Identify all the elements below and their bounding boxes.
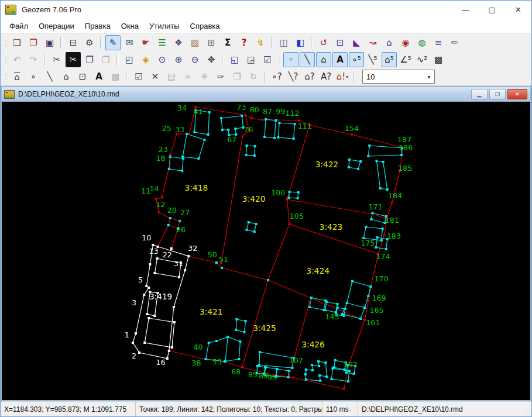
query-text-button[interactable]: A? xyxy=(318,69,334,84)
building-outline xyxy=(306,361,327,381)
book-closed-button[interactable]: ◧ xyxy=(293,35,308,50)
mode-point-button[interactable]: ◦ xyxy=(283,52,298,67)
cut-black-button[interactable]: ✂ xyxy=(66,52,81,67)
point-number-label: 68 xyxy=(231,367,241,376)
verify-button[interactable]: ☑ xyxy=(260,52,275,67)
edit-object-button[interactable]: ✎ xyxy=(105,35,121,50)
child-restore-button[interactable]: ❐ xyxy=(489,89,506,99)
select-transform-button[interactable]: ◱ xyxy=(227,52,242,67)
mode-text-button[interactable]: A xyxy=(332,52,348,67)
create-line-button[interactable]: ╲ xyxy=(42,69,57,84)
list-button[interactable]: ≡ xyxy=(431,35,446,50)
toolbar-grip[interactable]: ⋮ xyxy=(3,37,8,49)
print-button[interactable]: ⊟ xyxy=(66,35,81,50)
target-button[interactable]: ◉ xyxy=(398,35,413,50)
menu-item-3[interactable]: Окна xyxy=(116,19,144,33)
view-diamond-button[interactable]: ◈ xyxy=(138,52,153,67)
create-text-button[interactable]: A xyxy=(91,69,107,84)
layers-button[interactable]: ☰ xyxy=(155,35,170,50)
menu-item-4[interactable]: Утилиты xyxy=(144,19,185,33)
save-file-button[interactable]: ▣ xyxy=(42,35,57,50)
resize-grip[interactable]: ⋰ xyxy=(522,402,531,416)
cut-button[interactable]: ✂ xyxy=(49,52,64,67)
create-point-button[interactable]: ∘ xyxy=(26,69,41,84)
select-rect-button[interactable]: ◲ xyxy=(243,52,259,67)
globe-button[interactable]: ◍ xyxy=(414,35,430,50)
redo-icon: ↷ xyxy=(30,56,37,64)
mode-line-button[interactable]: ╲ xyxy=(300,52,315,67)
building-vertex xyxy=(186,133,188,135)
rotate-tool-button[interactable]: ↺ xyxy=(316,35,331,50)
notepad-button[interactable]: ✏ xyxy=(447,35,462,50)
mode-raster-button[interactable]: ▩ xyxy=(431,52,446,67)
copy-button[interactable]: ❐ xyxy=(82,52,97,67)
query-line-button[interactable]: ╲? xyxy=(286,69,301,84)
object-rotate-button[interactable]: ↻ xyxy=(246,69,261,84)
polygon-star-icon: ⌂ xyxy=(386,39,392,47)
mode-line-numbers-button[interactable]: ╲⁵ xyxy=(365,52,380,67)
mode-polyline-numbers-button[interactable]: ∿² xyxy=(414,52,430,67)
toolbar-grip[interactable]: ⋮ xyxy=(277,54,282,66)
toolbar-separator xyxy=(116,54,119,66)
query-point-button[interactable]: ∘? xyxy=(269,69,284,84)
create-raster-button[interactable]: ▩ xyxy=(108,69,123,84)
transform-tool-button[interactable]: ⊡ xyxy=(332,35,348,50)
chevron-down-icon: ▾ xyxy=(424,74,434,80)
selected-vertex xyxy=(153,272,156,274)
create-polygon-box-button[interactable]: ⊡ xyxy=(75,69,90,84)
create-polygon-button[interactable]: ⌂ xyxy=(59,69,74,84)
menu-item-2[interactable]: Правка xyxy=(80,19,116,33)
slope-tool-button[interactable]: ◣ xyxy=(349,35,364,50)
mode-polygon-numbers-button[interactable]: ⌂⁵ xyxy=(382,52,397,67)
child-close-button[interactable]: ✕ xyxy=(507,89,527,99)
help-button[interactable]: ? xyxy=(236,35,252,50)
query-polygon-alert-button[interactable]: ⌂!▾ xyxy=(335,69,350,84)
new-file-button[interactable]: ❏ xyxy=(9,35,25,50)
paste-button[interactable]: ❒ xyxy=(98,52,114,67)
close-button[interactable]: ✕ xyxy=(505,1,531,18)
object-paint-button[interactable]: ✑ xyxy=(213,69,228,84)
image-button[interactable]: ▨ xyxy=(187,35,202,50)
object-magic-button[interactable]: ✳ xyxy=(197,69,212,84)
fit-window-button[interactable]: ◰ xyxy=(122,52,137,67)
menu-item-5[interactable]: Справка xyxy=(185,19,225,33)
inspect-button[interactable]: ☛ xyxy=(138,35,153,50)
zoom-in-button[interactable]: ⊕ xyxy=(171,52,186,67)
open-file-button[interactable]: ❐ xyxy=(26,35,41,50)
scale-combo[interactable]: 10▾ xyxy=(362,70,435,84)
object-copy-button[interactable]: ❐ xyxy=(229,69,245,84)
layer-polygon-button[interactable]: ⌂ xyxy=(9,69,25,84)
maximize-button[interactable]: ▢ xyxy=(479,1,505,18)
minimize-button[interactable]: — xyxy=(452,1,479,18)
pan-button[interactable]: ✥ xyxy=(204,52,219,67)
map-window-titlebar[interactable]: D:\DELPHI\GEOZ_XE10\10.rmd ▁❐✕ xyxy=(2,87,530,102)
mode-point-numbers-button[interactable]: ∘⁵ xyxy=(349,52,364,67)
toolbar-separator xyxy=(222,54,224,66)
lightning-button[interactable]: ↯ xyxy=(253,35,268,50)
zoom-query-button[interactable]: ⊙ xyxy=(155,52,170,67)
toolbar-grip[interactable]: ⋮ xyxy=(3,54,8,66)
query-polygon-button[interactable]: ⌂? xyxy=(302,69,317,84)
book-open-button[interactable]: ◫ xyxy=(276,35,291,50)
polygon-star-button[interactable]: ⌂ xyxy=(382,35,397,50)
object-link-button[interactable]: ∞ xyxy=(180,69,195,84)
child-minimize-button[interactable]: ▁ xyxy=(471,89,488,99)
properties-button[interactable]: ❖ xyxy=(171,35,186,50)
print-setup-button[interactable]: ⚙ xyxy=(82,35,97,50)
calculator-button[interactable]: ⊞ xyxy=(204,35,219,50)
menu-item-0[interactable]: Файл xyxy=(4,19,33,33)
polyline-tool-button[interactable]: ↝ xyxy=(365,35,380,50)
zoom-out-button[interactable]: ⊖ xyxy=(187,52,202,67)
undo-button[interactable]: ↶ xyxy=(9,52,25,67)
confirm-edit-button[interactable]: ☑ xyxy=(131,69,146,84)
comment-button[interactable]: ✉ xyxy=(122,35,137,50)
toolbar-grip[interactable]: ⋮ xyxy=(3,71,8,82)
delete-object-button[interactable]: ✕ xyxy=(147,69,163,84)
mode-polygon-button[interactable]: ⌂ xyxy=(316,52,331,67)
redo-button[interactable]: ↷ xyxy=(26,52,41,67)
map-canvas[interactable]: 3441738087991121111541871861851842533231… xyxy=(2,102,530,400)
mode-angle-numbers-button[interactable]: ∠⁵ xyxy=(398,52,413,67)
sum-button[interactable]: Σ xyxy=(220,35,235,50)
object-doc-button[interactable]: ▤ xyxy=(164,69,179,84)
menu-item-1[interactable]: Операции xyxy=(33,19,80,33)
